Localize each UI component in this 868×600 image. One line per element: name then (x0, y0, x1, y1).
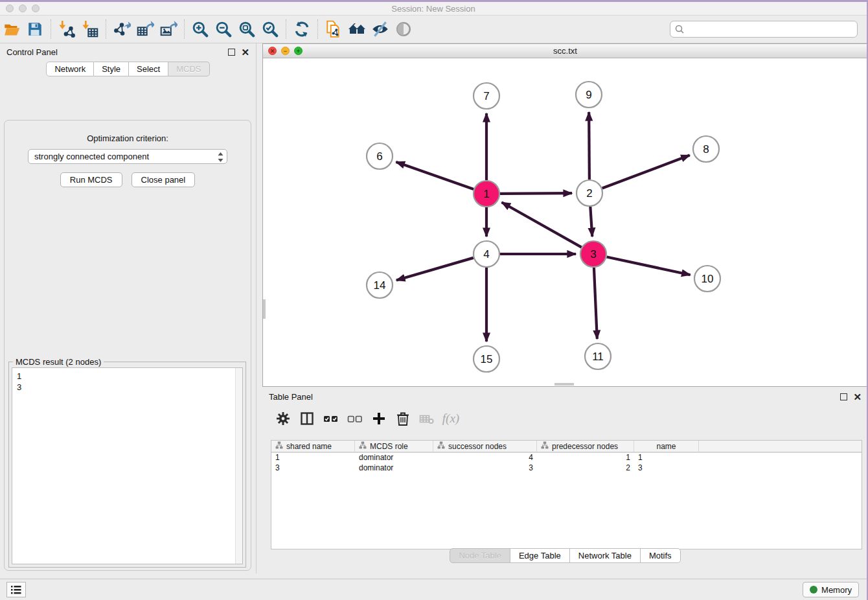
table-settings-button[interactable] (274, 410, 292, 427)
function-builder-button[interactable]: f(x) (442, 410, 460, 427)
graph-edge-3-1[interactable] (502, 202, 582, 247)
column-panel-button[interactable] (298, 410, 316, 427)
close-panel-button[interactable]: ✕ (241, 49, 249, 56)
control-tab-network[interactable]: Network (46, 62, 94, 76)
control-panel-tabs: NetworkStyleSelectMCDS (0, 62, 256, 76)
graph-node-label-6: 6 (376, 150, 382, 163)
task-history-button[interactable] (6, 582, 26, 597)
window-titlebar: Session: New Session (0, 2, 867, 16)
optimization-criterion-label: Optimization criterion: (5, 133, 251, 143)
column-header-MCDS-role[interactable]: MCDS role (355, 441, 433, 452)
table-cell[interactable]: 1 (271, 453, 355, 463)
save-session-button[interactable] (23, 18, 47, 40)
memory-button[interactable]: Memory (803, 582, 859, 597)
float-table-panel-button[interactable] (840, 393, 847, 400)
graph-edge-1-6[interactable] (396, 162, 474, 189)
table-cell[interactable]: 4 (433, 453, 537, 463)
graph-node-label-3: 3 (590, 248, 596, 260)
graph-node-label-8: 8 (703, 143, 709, 156)
open-session-button[interactable] (0, 18, 23, 40)
table-cell[interactable]: 1 (537, 453, 634, 463)
result-scrollbar[interactable] (235, 368, 242, 564)
gear-icon (275, 411, 291, 426)
network-canvas[interactable]: 7968124314101511 (263, 58, 867, 386)
search-field[interactable] (670, 21, 858, 38)
toggle-visibility-button[interactable] (392, 18, 415, 40)
table-row[interactable]: 3dominator323 (271, 463, 862, 474)
table-row[interactable]: 1dominator411 (271, 453, 862, 463)
zoom-selected-button[interactable] (258, 18, 282, 40)
graph-node-label-7: 7 (483, 90, 489, 102)
table-cell[interactable]: 1 (634, 453, 699, 463)
table-tab-network-table[interactable]: Network Table (570, 548, 641, 563)
column-header-shared-name[interactable]: shared name (271, 441, 355, 452)
table-body: 1dominator4113dominator323 (271, 453, 862, 474)
float-panel-button[interactable] (228, 49, 235, 56)
table-cell[interactable]: 3 (271, 463, 355, 474)
column-header-predecessor-nodes[interactable]: predecessor nodes (537, 441, 634, 452)
hide-selected-button[interactable] (369, 18, 392, 40)
delete-table-button[interactable] (418, 410, 436, 427)
graph-node-label-15: 15 (481, 353, 493, 365)
table-toolbar: f(x) (262, 405, 868, 432)
column-header-label: MCDS role (370, 442, 408, 451)
graph-edge-1-2[interactable] (500, 193, 572, 194)
zoom-out-button[interactable] (212, 18, 235, 40)
close-panel-button-2[interactable]: Close panel (131, 172, 196, 187)
duplicate-network-icon (325, 20, 343, 38)
show-all-button[interactable] (345, 18, 369, 40)
search-input[interactable] (687, 25, 849, 34)
table-tab-node-table[interactable]: Node Table (450, 548, 510, 563)
graph-edge-2-8[interactable] (602, 156, 690, 189)
select-all-button[interactable] (322, 410, 340, 427)
control-tab-style[interactable]: Style (94, 62, 129, 76)
export-table-button[interactable] (133, 18, 157, 40)
zoom-fit-button[interactable] (235, 18, 258, 40)
refresh-button[interactable] (290, 18, 314, 40)
table-cell[interactable]: 3 (634, 463, 699, 474)
column-header-successor-nodes[interactable]: successor nodes (433, 441, 537, 452)
horizontal-scrollbar-thumb[interactable] (554, 383, 574, 386)
deselect-all-button[interactable] (346, 410, 364, 427)
network-window-title: scc.txt (263, 46, 867, 56)
table-cell[interactable]: 2 (537, 463, 634, 474)
import-table-button[interactable] (78, 18, 102, 40)
table-cell[interactable]: dominator (355, 453, 433, 463)
add-column-button[interactable] (370, 410, 388, 427)
contrast-circle-icon (394, 20, 413, 38)
close-table-panel-button[interactable]: ✕ (853, 393, 862, 400)
export-image-button[interactable] (157, 18, 180, 40)
graph-node-label-4: 4 (483, 248, 489, 260)
plus-icon (371, 411, 387, 426)
vertical-scrollbar-thumb[interactable] (263, 299, 266, 319)
control-tab-select[interactable]: Select (129, 62, 168, 76)
import-network-button[interactable] (55, 18, 78, 40)
graph-node-label-14: 14 (374, 279, 386, 292)
export-network-button[interactable] (110, 18, 133, 40)
save-icon (27, 21, 43, 38)
control-tab-mcds[interactable]: MCDS (168, 62, 209, 76)
checked-boxes-icon (323, 411, 339, 426)
delete-column-button[interactable] (394, 410, 412, 427)
column-header-label: name (656, 442, 676, 451)
criterion-dropdown[interactable]: strongly connected component (28, 149, 227, 164)
column-header-name[interactable]: name (634, 441, 699, 452)
graph-edge-3-11[interactable] (594, 268, 597, 339)
graph-edge-4-14[interactable] (396, 258, 474, 281)
zoom-in-button[interactable] (188, 18, 212, 40)
table-cell[interactable]: dominator (355, 463, 433, 474)
network-window-titlebar[interactable]: ✕ − + scc.txt (263, 44, 867, 58)
mcds-result-text[interactable]: 1 3 (12, 368, 235, 564)
graph-edge-2-3[interactable] (590, 207, 592, 237)
duplicate-network-button[interactable] (322, 18, 345, 40)
graph-edge-3-10[interactable] (607, 257, 691, 275)
delete-table-icon (418, 411, 435, 426)
table-tab-edge-table[interactable]: Edge Table (510, 548, 570, 563)
table-cell[interactable]: 3 (433, 463, 537, 474)
toolbar-separator (51, 19, 51, 39)
run-mcds-button[interactable]: Run MCDS (60, 172, 122, 187)
refresh-icon (293, 20, 311, 38)
table-tab-motifs[interactable]: Motifs (641, 548, 681, 563)
graph-edge-2-9[interactable] (589, 112, 589, 179)
column-header-label: successor nodes (448, 442, 507, 451)
